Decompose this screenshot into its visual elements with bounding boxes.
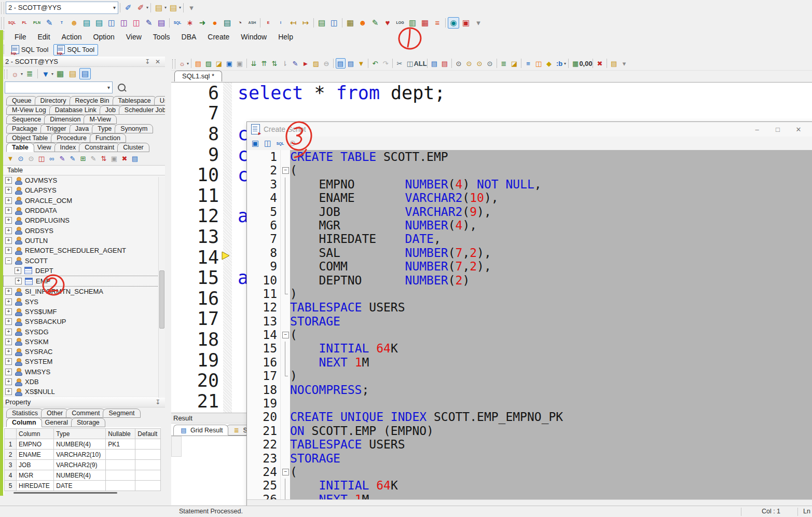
prop-tab-other[interactable]: Other xyxy=(41,409,68,418)
table-browser-icon[interactable]: ▦ xyxy=(345,17,356,29)
menu-option[interactable]: Option xyxy=(88,31,120,43)
tree-item-scott[interactable]: −SCOTT xyxy=(3,255,165,265)
prop-tab-segment[interactable]: Segment xyxy=(103,409,140,418)
grid-new-side-icon[interactable]: ▦ xyxy=(54,68,66,79)
doc-list-icon[interactable]: ▤ xyxy=(346,58,356,69)
expander-icon[interactable]: + xyxy=(15,278,22,284)
tree-item-oracle_ocm[interactable]: +ORACLE_OCM xyxy=(3,196,165,206)
plsql-editor-icon[interactable]: PL xyxy=(19,17,30,29)
prop-tab-column[interactable]: Column xyxy=(6,418,42,427)
tab-dimension[interactable]: Dimension xyxy=(44,115,86,124)
plan-tool-icon[interactable]: PLN xyxy=(31,17,43,29)
script-line-5[interactable]: 5 JOB VARCHAR2(9), xyxy=(247,205,812,219)
expander-icon[interactable]: + xyxy=(5,288,12,295)
detail-view-icon[interactable]: ▤ xyxy=(79,68,91,79)
tree-item-olapsys[interactable]: +OLAPSYS xyxy=(3,185,165,195)
sql-editor-icon[interactable]: SQL xyxy=(6,17,18,29)
tree-item-sysrac[interactable]: +SYSRAC xyxy=(3,347,165,357)
add-row-icon[interactable]: ⊞ xyxy=(78,154,88,164)
tab-index[interactable]: Index xyxy=(54,143,82,152)
script-line-7[interactable]: 7 HIREDATE DATE, xyxy=(247,232,812,246)
menu-action[interactable]: Action xyxy=(56,31,88,43)
redo-icon[interactable]: ↷ xyxy=(381,58,391,69)
stop-disabled-icon[interactable]: ⊖ xyxy=(322,58,332,69)
prop-tab-statistics[interactable]: Statistics xyxy=(6,409,44,418)
fold-collapse-icon[interactable] xyxy=(281,465,290,479)
log-viewer-icon[interactable]: LOG xyxy=(394,17,406,29)
tab-directory[interactable]: Directory xyxy=(35,96,72,105)
db-info-icon[interactable]: ▤ xyxy=(81,17,92,29)
save-all-icon[interactable]: ▣ xyxy=(235,58,245,69)
exec-indent3-icon[interactable]: ⇅ xyxy=(270,58,280,69)
tab-job[interactable]: Job xyxy=(100,105,121,115)
script-runner-icon[interactable]: ➜ xyxy=(197,17,208,29)
export-tool-icon[interactable]: E xyxy=(263,17,274,29)
ash-viewer-icon[interactable]: ASH xyxy=(246,17,258,29)
expander-icon[interactable]: + xyxy=(5,348,12,355)
format-number-icon[interactable]: 0,00 xyxy=(581,58,591,69)
doc-first-icon[interactable]: ▤ xyxy=(336,58,346,69)
table-row[interactable]: 4MGRNUMBER(4) xyxy=(5,470,161,481)
line-numbers-icon[interactable]: ≣ xyxy=(499,58,509,69)
window-list-icon[interactable]: ◫ xyxy=(106,17,117,29)
scheduler-icon[interactable]: ▦ xyxy=(419,17,431,29)
window-tab-0[interactable]: SQL Tool xyxy=(8,44,52,56)
db-refresh-side-icon[interactable]: ≣ xyxy=(24,68,35,79)
sort-rows-icon[interactable]: ⇅ xyxy=(99,154,109,164)
expander-icon[interactable]: + xyxy=(5,197,12,204)
new-folder-icon[interactable]: ▨ xyxy=(204,58,214,69)
outline-icon[interactable]: ≡ xyxy=(524,58,533,69)
chevron-down-icon[interactable]: ▾ xyxy=(21,72,23,76)
result-tab-grid-result[interactable]: ▤Grid Result xyxy=(173,425,228,436)
expander-icon[interactable]: + xyxy=(5,338,12,345)
grid-edit-icon[interactable]: ✎ xyxy=(369,17,381,29)
notepad-icon[interactable]: ▤ xyxy=(67,68,78,79)
script-line-16[interactable]: 16 NEXT 1M xyxy=(247,356,812,369)
tab-trigger[interactable]: Trigger xyxy=(40,124,72,133)
tree-item-sysdg[interactable]: +SYSDG xyxy=(3,326,165,336)
tab-tablespace[interactable]: Tablespace xyxy=(113,96,157,105)
script-code-area[interactable]: 1CREATE TABLE SCOTT.EMP2(3 EMPNO NUMBER(… xyxy=(247,150,812,500)
expander-icon[interactable]: + xyxy=(5,308,12,315)
tab-java[interactable]: Java xyxy=(70,124,94,133)
tree-item-ojvmsys[interactable]: +OJVMSYS xyxy=(3,175,165,185)
uncomment-icon[interactable]: ▤ xyxy=(440,58,450,69)
save-gray-icon[interactable]: ▣ xyxy=(109,154,119,164)
tab-m-view[interactable]: M-View xyxy=(84,115,116,124)
close-icon[interactable]: ✕ xyxy=(153,58,163,65)
script-line-2[interactable]: 2( xyxy=(247,164,812,177)
dialog-save-icon[interactable]: ▣ xyxy=(250,138,261,149)
tree-item-xs$null[interactable]: +XS$NULL xyxy=(3,387,165,396)
menu-window[interactable]: Window xyxy=(235,31,272,43)
grid-header-Type[interactable]: Type xyxy=(54,429,106,439)
chevron-down-icon[interactable]: ▾ xyxy=(179,5,181,10)
db-export-icon[interactable]: ↦ xyxy=(300,17,311,29)
db-rollback-icon[interactable]: ▤ xyxy=(168,2,179,13)
expander-icon[interactable]: + xyxy=(5,318,12,325)
tab-sql1[interactable]: SQL1.sql * xyxy=(174,71,222,81)
exec-indent1-icon[interactable]: ⇊ xyxy=(249,58,259,69)
fold-collapse-icon[interactable] xyxy=(281,164,290,177)
format-pen-blue-icon[interactable]: ✐ xyxy=(122,2,134,13)
tab-synonym[interactable]: Synonym xyxy=(115,124,153,133)
tree-item-wmsys[interactable]: +WMSYS xyxy=(3,367,165,377)
user-security-icon[interactable]: ☻ xyxy=(357,17,368,29)
maximize-button[interactable]: □ xyxy=(767,126,788,133)
replace-icon[interactable]: ⊙ xyxy=(485,58,495,69)
tab-function[interactable]: Function xyxy=(90,133,126,143)
edit-script2-icon[interactable]: ✎ xyxy=(291,58,300,69)
preview-icon[interactable]: ⊙ xyxy=(16,154,26,164)
script-line-8[interactable]: 8 SAL NUMBER(7,2), xyxy=(247,246,812,260)
tree-item-emp[interactable]: +EMP xyxy=(3,276,165,287)
script-line-26[interactable]: 26 NEXT 1M xyxy=(247,493,812,500)
fold-collapse-icon[interactable] xyxy=(281,328,290,342)
script-line-10[interactable]: 10 DEPTNO NUMBER(2) xyxy=(247,274,812,287)
run-script-icon[interactable]: ► xyxy=(301,58,311,69)
tree-item-xdb[interactable]: +XDB xyxy=(3,377,165,387)
editor-overflow-icon[interactable]: ▾ xyxy=(620,58,629,69)
expander-icon[interactable]: + xyxy=(5,247,12,254)
tree-item-outln[interactable]: +OUTLN xyxy=(3,236,165,246)
find-next-icon[interactable]: ⊙ xyxy=(464,58,474,69)
import-tool-icon[interactable]: I xyxy=(275,17,286,29)
script-line-18[interactable]: 18NOCOMPRESS; xyxy=(247,383,812,397)
